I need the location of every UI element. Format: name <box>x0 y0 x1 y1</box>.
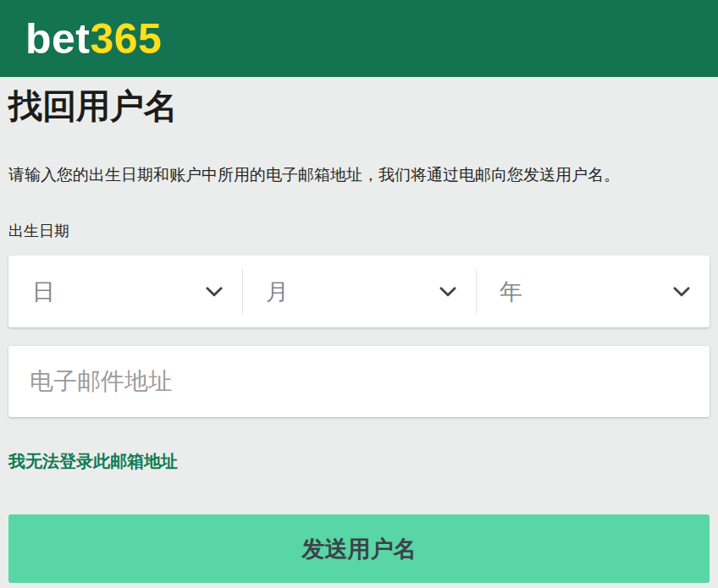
cannot-access-email-link[interactable]: 我无法登录此邮箱地址 <box>8 449 178 473</box>
bet365-logo[interactable]: bet365 <box>25 18 162 60</box>
instructions-text: 请输入您的出生日期和账户中所用的电子邮箱地址，我们将通过电邮向您发送用户名。 <box>8 163 710 187</box>
email-field-container <box>8 346 710 417</box>
app-header: bet365 <box>0 0 718 77</box>
send-username-button[interactable]: 发送用户名 <box>8 514 710 583</box>
month-select[interactable]: 月 <box>242 256 476 327</box>
chevron-down-icon <box>437 281 459 303</box>
year-select-value: 年 <box>500 277 522 307</box>
day-select-value: 日 <box>32 277 55 307</box>
main-content: 找回用户名 请输入您的出生日期和账户中所用的电子邮箱地址，我们将通过电邮向您发送… <box>0 85 718 583</box>
month-select-value: 月 <box>266 277 289 307</box>
date-of-birth-selects: 日 月 年 <box>8 256 710 327</box>
logo-text-bet: bet <box>25 15 91 63</box>
year-select[interactable]: 年 <box>476 256 710 327</box>
email-input[interactable] <box>8 346 710 417</box>
date-of-birth-label: 出生日期 <box>8 221 710 242</box>
logo-text-365: 365 <box>91 15 163 63</box>
chevron-down-icon <box>671 281 693 303</box>
page-title: 找回用户名 <box>8 85 710 126</box>
day-select[interactable]: 日 <box>8 256 242 327</box>
chevron-down-icon <box>203 281 225 303</box>
